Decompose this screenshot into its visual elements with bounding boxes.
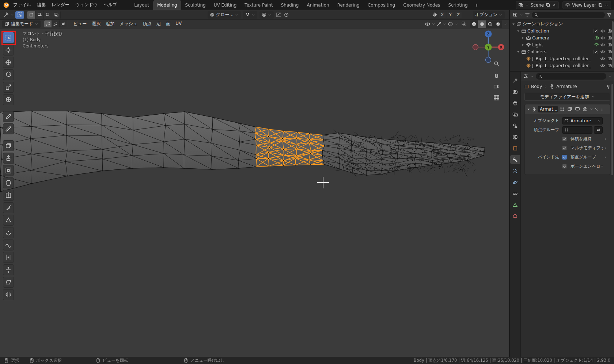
workspace-tab-geometry-nodes[interactable]: Geometry Nodes	[399, 0, 444, 10]
pin-icon[interactable]	[606, 84, 611, 89]
properties-tab-material[interactable]	[510, 212, 520, 221]
gizmo-neg-z[interactable]	[486, 57, 491, 63]
tri-right-icon[interactable]	[521, 43, 525, 47]
animate-dot[interactable]	[603, 157, 609, 158]
breadcrumb-object[interactable]: Body	[531, 84, 542, 89]
outliner-item-label[interactable]: Camera	[532, 35, 593, 41]
outliner-item-label[interactable]: J_Bip_L_UpperLeg_collider_	[532, 56, 599, 61]
menu-2[interactable]: レンダー	[49, 1, 72, 9]
properties-tab-data[interactable]	[510, 200, 520, 209]
eye-icon[interactable]	[600, 56, 605, 61]
add-workspace-button[interactable]: +	[472, 0, 481, 10]
properties-tab-particles[interactable]	[510, 166, 520, 175]
falloff-icon[interactable]	[276, 12, 281, 18]
tool-annotate[interactable]	[3, 111, 14, 122]
workspace-tab-rendering[interactable]: Rendering	[333, 0, 364, 10]
tool-rotate[interactable]	[3, 69, 14, 80]
new-view-layer-icon[interactable]	[598, 3, 603, 7]
tri-right-icon[interactable]	[521, 36, 525, 40]
overlays-icon[interactable]	[448, 21, 453, 27]
viewport-menu-4[interactable]: 頂点	[140, 20, 154, 28]
mirror-x-button[interactable]: X	[439, 12, 446, 18]
edge-select-button[interactable]	[52, 20, 60, 27]
mode-dropdown[interactable]: 編集モード	[2, 20, 41, 28]
eye-icon[interactable]	[600, 42, 605, 47]
tool-transform[interactable]	[3, 94, 14, 105]
properties-tab-world[interactable]	[510, 133, 520, 141]
select-subtract-button[interactable]	[44, 11, 52, 19]
workspace-tab-scripting[interactable]: Scripting	[444, 0, 471, 10]
eye-icon[interactable]	[600, 28, 605, 34]
outliner-row[interactable]: Collection	[510, 27, 614, 34]
tool-select-box[interactable]	[3, 32, 14, 43]
properties-scrollbar[interactable]	[611, 84, 613, 175]
viewport-menu-5[interactable]: 辺	[154, 20, 163, 28]
vertex-group-field[interactable]	[562, 126, 592, 134]
properties-tab-physics[interactable]	[510, 178, 520, 187]
outliner-item-label[interactable]: Light	[532, 42, 593, 47]
eye-icon[interactable]	[600, 49, 605, 54]
chevron-down-icon[interactable]	[608, 74, 612, 78]
new-scene-icon[interactable]	[546, 3, 550, 7]
tool-scale[interactable]	[3, 82, 14, 93]
outliner-item-label[interactable]: J_Bip_L_UpperLeg_collider_	[532, 63, 599, 68]
exclude-checkbox[interactable]	[594, 29, 598, 33]
on-cage-toggle[interactable]	[559, 106, 565, 112]
viewport-menu-0[interactable]: ビュー	[71, 20, 90, 28]
properties-tab-tool[interactable]	[510, 76, 520, 85]
tool-spin[interactable]	[3, 227, 14, 238]
properties-tab-output[interactable]	[510, 99, 520, 107]
render-toggle[interactable]	[582, 106, 588, 112]
face-select-button[interactable]	[60, 20, 67, 27]
exclude-checkbox[interactable]	[594, 50, 598, 54]
tool-inset[interactable]	[3, 165, 14, 176]
preserve-volume-checkbox[interactable]	[562, 137, 567, 141]
blender-logo-icon[interactable]	[3, 2, 10, 8]
tool-poly-build[interactable]	[3, 215, 14, 226]
tri-down-icon[interactable]	[516, 29, 520, 33]
viewport-menu-7[interactable]: UV	[173, 20, 184, 28]
add-modifier-button[interactable]: モディファイアーを追加	[524, 93, 610, 101]
solid-shading-button[interactable]	[478, 20, 486, 28]
show-hide-eye-icon[interactable]	[425, 21, 431, 27]
workspace-tab-uv-editing[interactable]: UV Editing	[210, 0, 241, 10]
clear-object-icon[interactable]	[597, 119, 600, 123]
menu-1[interactable]: 編集	[34, 1, 49, 9]
invert-vertex-group-button[interactable]	[594, 126, 603, 134]
tri-down-icon[interactable]	[512, 22, 515, 26]
orientation-dropdown[interactable]: グロー...	[208, 11, 241, 19]
realtime-toggle[interactable]	[574, 106, 581, 112]
select-intersect-button[interactable]	[52, 11, 61, 19]
modifier-extras-icon[interactable]	[590, 107, 593, 111]
delete-modifier-icon[interactable]	[594, 107, 598, 111]
options-dropdown[interactable]: オプション	[473, 11, 505, 19]
remove-view-layer-icon[interactable]	[604, 3, 609, 7]
zoom-icon[interactable]	[493, 61, 500, 67]
workspace-tab-modeling[interactable]: Modeling	[153, 0, 181, 10]
tool-loop-cut[interactable]	[3, 190, 14, 201]
viewport-menu-6[interactable]: 面	[163, 20, 173, 28]
menu-0[interactable]: ファイル	[10, 1, 34, 9]
snap-target-icon[interactable]	[284, 12, 289, 18]
outliner-scrollbar[interactable]	[612, 21, 614, 68]
eye-icon[interactable]	[600, 35, 605, 41]
properties-tab-modifiers[interactable]	[510, 155, 520, 164]
viewport-3d[interactable]: フロント・平行投影 (1) Body Centimeters Z X Y	[0, 28, 509, 357]
outliner-editor-icon[interactable]	[512, 12, 518, 18]
tri-down-icon[interactable]	[516, 50, 520, 54]
properties-search-input[interactable]	[536, 73, 606, 80]
display-mode-icon[interactable]	[525, 12, 530, 18]
tool-shrink-fatten[interactable]	[3, 264, 14, 275]
gizmo-neg-x[interactable]	[473, 45, 478, 50]
properties-tab-constraints[interactable]	[510, 189, 520, 198]
xray-toggle-icon[interactable]	[461, 21, 467, 27]
viewport-menu-2[interactable]: 追加	[103, 20, 117, 28]
animate-dot[interactable]	[603, 147, 609, 149]
tool-extrude[interactable]	[3, 153, 14, 164]
workspace-tab-shading[interactable]: Shading	[277, 0, 303, 10]
pan-hand-icon[interactable]	[493, 72, 500, 78]
rendered-shading-button[interactable]	[494, 20, 502, 28]
workspace-tab-layout[interactable]: Layout	[130, 0, 153, 10]
view-layer-selector[interactable]: View Layer	[562, 1, 611, 9]
collapse-triangle-icon[interactable]	[527, 107, 531, 111]
